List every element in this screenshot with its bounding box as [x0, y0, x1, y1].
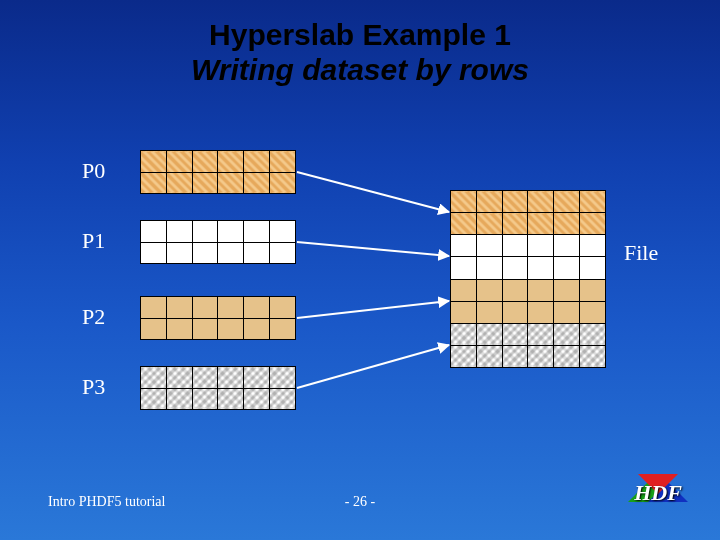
process-label-p0: P0 — [82, 158, 105, 184]
proc-block-p1 — [140, 220, 296, 264]
file-label: File — [624, 240, 658, 266]
process-label-p2: P2 — [82, 304, 105, 330]
title-line-1: Hyperslab Example 1 — [0, 18, 720, 53]
proc-block-p0 — [140, 150, 296, 194]
proc-block-p3 — [140, 366, 296, 410]
slide: Hyperslab Example 1 Writing dataset by r… — [0, 0, 720, 540]
process-label-p3: P3 — [82, 374, 105, 400]
arrow-p2-to-file — [297, 301, 449, 318]
arrow-p1-to-file — [297, 242, 449, 256]
logo-text: HDF — [628, 480, 688, 506]
process-label-p1: P1 — [82, 228, 105, 254]
arrow-p3-to-file — [297, 345, 449, 388]
arrow-p0-to-file — [297, 172, 449, 212]
footer-page-number: - 26 - — [0, 494, 720, 510]
hdf-logo: HDF — [628, 474, 688, 518]
slide-title: Hyperslab Example 1 Writing dataset by r… — [0, 18, 720, 87]
title-line-2: Writing dataset by rows — [0, 53, 720, 88]
proc-block-p2 — [140, 296, 296, 340]
file-block — [450, 190, 606, 368]
